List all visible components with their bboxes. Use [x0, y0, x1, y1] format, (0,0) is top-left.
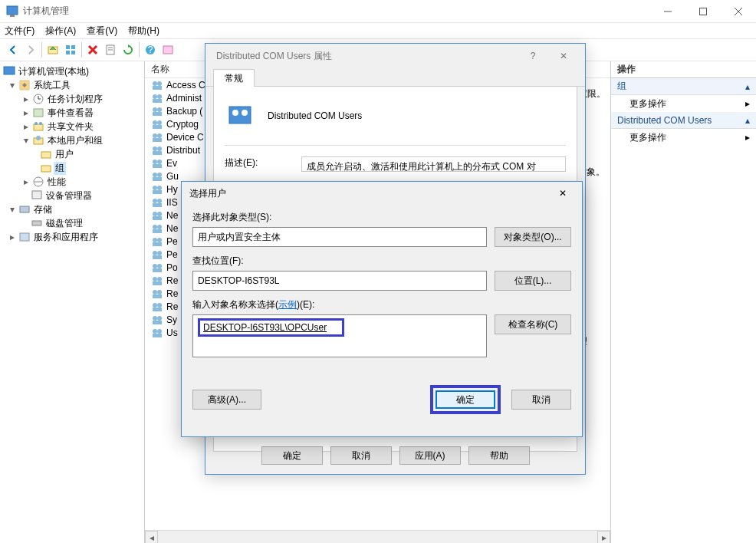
svg-point-78: [157, 251, 162, 255]
svg-point-45: [157, 107, 162, 112]
select-location-button[interactable]: 位置(L)...: [495, 271, 571, 291]
menu-action[interactable]: 操作(A): [45, 25, 76, 38]
group-icon: [151, 118, 163, 130]
props-close-button[interactable]: ✕: [548, 51, 579, 61]
props-help-button2[interactable]: 帮助: [468, 446, 530, 465]
svg-rect-49: [153, 125, 162, 129]
svg-point-38: [153, 81, 157, 86]
app-icon: [6, 5, 18, 18]
menu-view[interactable]: 查看(V): [87, 25, 117, 38]
collapse-icon: ▴: [745, 81, 750, 92]
window-title: 计算机管理: [23, 5, 650, 18]
select-obj-type-button[interactable]: 对象类型(O)...: [495, 227, 571, 247]
group-icon: [151, 248, 163, 261]
select-cancel-button[interactable]: 取消: [511, 390, 571, 410]
svg-point-65: [153, 199, 157, 203]
actions-section-dcom[interactable]: Distributed COM Users▴: [611, 112, 756, 129]
select-advanced-button[interactable]: 高级(A)...: [192, 390, 261, 410]
props-group-name: Distributed COM Users: [268, 110, 362, 121]
select-ok-highlight: 确定: [430, 385, 501, 414]
forward-button[interactable]: [22, 41, 39, 58]
select-names-textarea[interactable]: DESKTOP-I6ST93L\OPCUser: [192, 314, 487, 357]
svg-point-100: [242, 110, 248, 116]
svg-point-71: [153, 225, 157, 229]
group-icon: [151, 275, 163, 287]
svg-point-44: [153, 107, 157, 112]
tree-storage[interactable]: ▾存储: [0, 202, 144, 216]
tree-services-apps[interactable]: ▸服务和应用程序: [0, 230, 144, 244]
svg-point-74: [153, 238, 157, 242]
tree-task-scheduler[interactable]: ▸任务计划程序: [0, 92, 144, 106]
group-icon: [151, 92, 163, 104]
props-help-button[interactable]: ?: [518, 51, 548, 61]
minimize-button[interactable]: [650, 0, 685, 23]
svg-rect-18: [163, 46, 173, 54]
group-icon: [151, 209, 163, 222]
select-close-button[interactable]: ✕: [551, 188, 574, 199]
props-tabbar: 常规: [205, 68, 585, 87]
chevron-right-icon: ▸: [745, 98, 750, 109]
props-titlebar: Distributed COM Users 属性 ? ✕: [205, 44, 585, 68]
tree-performance[interactable]: ▸性能: [0, 175, 144, 189]
help-icon[interactable]: ?: [142, 41, 159, 58]
svg-point-56: [153, 160, 157, 164]
tree-event-viewer[interactable]: ▸事件查看器: [0, 106, 144, 120]
svg-rect-58: [153, 164, 162, 168]
delete-icon[interactable]: [84, 41, 101, 58]
chevron-right-icon: ▸: [745, 132, 750, 143]
svg-point-69: [157, 212, 162, 216]
up-button[interactable]: [44, 41, 61, 58]
props-apply-button[interactable]: 应用(A): [399, 446, 461, 465]
svg-rect-9: [66, 51, 70, 54]
props-title: Distributed COM Users 属性: [216, 50, 518, 63]
group-icon: [151, 288, 163, 300]
svg-rect-1: [10, 15, 15, 17]
col-name[interactable]: 名称: [151, 63, 169, 76]
tree-groups[interactable]: 组: [0, 161, 144, 175]
maximize-button[interactable]: [685, 0, 721, 23]
svg-rect-73: [153, 229, 162, 233]
tree-disk-management[interactable]: 磁盘管理: [0, 216, 144, 230]
menu-help[interactable]: 帮助(H): [128, 25, 159, 38]
svg-rect-35: [20, 206, 29, 212]
tree-device-manager[interactable]: 设备管理器: [0, 189, 144, 202]
tree-shared-folders[interactable]: ▸共享文件夹: [0, 120, 144, 133]
select-ok-button[interactable]: 确定: [436, 390, 495, 409]
select-example-link[interactable]: 示例: [278, 299, 297, 310]
group-icon: [151, 262, 163, 274]
actions-more-1[interactable]: 更多操作▸: [611, 95, 756, 112]
select-check-names-button[interactable]: 检查名称(C): [495, 314, 571, 334]
scroll-right-icon[interactable]: ▸: [597, 531, 610, 543]
svg-rect-36: [32, 221, 41, 225]
actions-more-2[interactable]: 更多操作▸: [611, 129, 756, 146]
svg-rect-0: [7, 6, 18, 15]
back-button[interactable]: [5, 41, 21, 58]
close-button[interactable]: [721, 0, 756, 23]
horizontal-scrollbar[interactable]: ◂ ▸: [145, 530, 610, 543]
extra-icon[interactable]: [159, 41, 176, 58]
tree-users[interactable]: 用户: [0, 147, 144, 161]
scroll-left-icon[interactable]: ◂: [145, 531, 158, 543]
svg-point-39: [157, 81, 162, 86]
tree-system-tools[interactable]: ▾系统工具: [0, 78, 144, 92]
tree-root[interactable]: 计算机管理(本地): [0, 64, 144, 78]
props-desc-field[interactable]: 成员允许启动、激活和使用此计算机上的分布式 COM 对: [301, 156, 566, 172]
svg-point-68: [153, 212, 157, 216]
menu-file[interactable]: 文件(F): [5, 25, 35, 38]
props-tab-general[interactable]: 常规: [213, 69, 255, 87]
actions-section-groups[interactable]: 组▴: [611, 78, 756, 95]
tree-local-users-groups[interactable]: ▾本地用户和组: [0, 133, 144, 147]
tree-panel: 计算机管理(本地) ▾系统工具 ▸任务计划程序 ▸事件查看器 ▸共享文件夹 ▾本…: [0, 61, 145, 543]
select-obj-type-field[interactable]: 用户或内置安全主体: [192, 227, 487, 247]
select-location-field[interactable]: DESKTOP-I6ST93L: [192, 271, 487, 291]
svg-rect-8: [71, 45, 75, 49]
props-ok-button[interactable]: 确定: [261, 446, 323, 465]
svg-point-59: [153, 173, 157, 177]
svg-rect-79: [153, 255, 162, 259]
sheet-icon[interactable]: [102, 41, 119, 58]
props-cancel-button[interactable]: 取消: [330, 446, 392, 465]
svg-point-84: [157, 277, 162, 281]
properties-icon[interactable]: [62, 41, 79, 58]
group-icon: [151, 157, 163, 169]
refresh-icon[interactable]: [120, 41, 136, 58]
